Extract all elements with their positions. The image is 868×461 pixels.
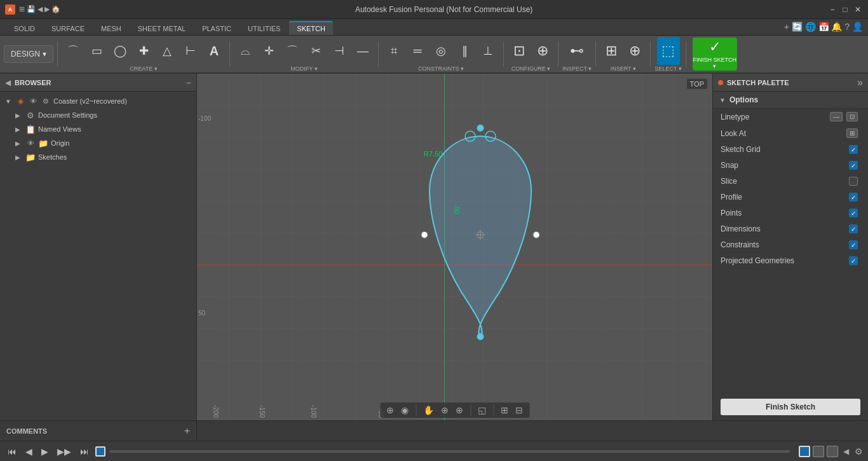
slice-label: Slice	[721, 177, 737, 186]
tab-plastic[interactable]: PLASTIC	[194, 22, 239, 35]
minimize-button[interactable]: −	[827, 5, 837, 14]
select-btn[interactable]: ⬚	[657, 37, 680, 65]
gear-icon-coaster[interactable]: ⚙	[41, 96, 51, 106]
plus-icon: ✚	[139, 45, 149, 57]
sketch-grid-label: Sketch Grid	[721, 145, 761, 154]
eye-icon-coaster[interactable]: 👁	[28, 96, 38, 106]
fillet-tool[interactable]: ⌒	[281, 37, 304, 65]
text-tool[interactable]: A	[203, 37, 226, 65]
tab-surface[interactable]: SURFACE	[44, 22, 92, 35]
constraints-label-palette: Constraints	[721, 240, 759, 249]
tab-mesh[interactable]: MESH	[93, 22, 129, 35]
constraint-btn1[interactable]: ⌗	[383, 37, 405, 65]
configure-icon2: ⊕	[537, 44, 548, 58]
slice-checkbox[interactable]	[849, 177, 858, 186]
points-checkbox[interactable]: ✓	[849, 209, 858, 217]
profile-checkbox[interactable]: ✓	[849, 193, 858, 202]
sketch-grid-checkbox[interactable]: ✓	[849, 145, 858, 154]
settings-button[interactable]: ⚙	[855, 446, 863, 457]
projected-geometries-label: Projected Geometries	[721, 256, 794, 265]
insert-btn1[interactable]: ⊞	[600, 37, 623, 65]
playback-to-start[interactable]: ⏮	[5, 445, 19, 458]
timeline-marker[interactable]	[95, 446, 105, 457]
maximize-button[interactable]: □	[840, 5, 850, 14]
configure-btn2[interactable]: ⊕	[531, 37, 554, 65]
tree-item-coaster[interactable]: ▼ ◈ 👁 ⚙ Coaster (v2~recovered)	[0, 94, 196, 108]
browser-collapse-left[interactable]: ◀	[5, 78, 11, 87]
playback-to-end[interactable]: ⏭	[78, 445, 92, 458]
close-button[interactable]: ✕	[853, 5, 863, 14]
move-tool[interactable]: ✛	[257, 37, 280, 65]
constraint-btn5[interactable]: ⊥	[477, 37, 499, 65]
view-timeline-icon[interactable]: ◀	[841, 446, 851, 457]
line-tool[interactable]: ⌒	[62, 37, 85, 65]
projected-geometries-checkbox[interactable]: ✓	[849, 256, 858, 265]
dimensions-checkbox[interactable]: ✓	[849, 224, 858, 233]
status-btn-7[interactable]: ⊞	[498, 404, 511, 416]
status-btn-8[interactable]: ⊟	[513, 404, 526, 416]
eye-icon-origin[interactable]: 👁	[25, 138, 36, 148]
triangle-icon: △	[163, 45, 172, 57]
arc-tool[interactable]: ⌓	[234, 37, 257, 65]
constraints-checkbox[interactable]: ✓	[849, 240, 858, 249]
tree-item-document-settings[interactable]: ▶ ⚙ Document Settings	[0, 108, 196, 122]
sketch-palette-header: SKETCH PALETTE »	[713, 74, 868, 92]
scale-h-200: -200	[212, 405, 219, 418]
status-btn-3[interactable]: ✋	[421, 404, 437, 416]
playback-step-back[interactable]: ◀	[23, 445, 35, 458]
snap-checkbox[interactable]: ✓	[849, 161, 858, 170]
main-canvas[interactable]: -100 -50 50 -200 -150 -100 -50 TOP	[197, 74, 712, 420]
linetype-btn-2[interactable]: ⊡	[846, 112, 858, 121]
help-icon[interactable]: + 🔄 🌐 📅 🔔 ? 👤	[784, 22, 863, 32]
trim-tool[interactable]: ✂	[304, 37, 327, 65]
rect-tool[interactable]: ▭	[85, 37, 108, 65]
status-btn-5[interactable]: ⊕	[453, 404, 466, 416]
coaster-arrow: ▼	[5, 98, 13, 105]
linetype-btn-1[interactable]: —	[830, 112, 843, 121]
lookat-label: Look At	[721, 129, 746, 138]
tab-sheet-metal[interactable]: SHEET METAL	[130, 22, 193, 35]
browser-collapse-button[interactable]: −	[186, 78, 191, 88]
profile-label: Profile	[721, 193, 742, 202]
status-btn-4[interactable]: ⊕	[438, 404, 451, 416]
inspect-icon: ⊷	[570, 44, 584, 58]
finish-sketch-button[interactable]: ✓ FINISH SKETCH ▾	[693, 38, 737, 71]
rect-icon: ▭	[92, 45, 102, 57]
tree-item-origin[interactable]: ▶ 👁 📁 Origin	[0, 136, 196, 150]
design-button[interactable]: DESIGN ▾	[4, 45, 53, 63]
triangle-tool[interactable]: △	[156, 37, 179, 65]
add-comment-button[interactable]: +	[184, 425, 190, 437]
dimension-tool[interactable]: ⊢	[179, 37, 202, 65]
tab-utilities[interactable]: UTILITIES	[240, 22, 288, 35]
palette-expand-button[interactable]: »	[857, 77, 863, 88]
status-btn-1[interactable]: ⊕	[384, 404, 397, 416]
lookat-btn[interactable]: ⊞	[846, 128, 858, 138]
insert-btn2[interactable]: ⊕	[623, 37, 646, 65]
plus-tool[interactable]: ✚	[132, 37, 155, 65]
constraint-btn3[interactable]: ◎	[430, 37, 452, 65]
options-section-header[interactable]: ▼ Options	[713, 92, 868, 109]
view-wire-btn[interactable]	[813, 446, 824, 457]
inspect-btn[interactable]: ⊷	[566, 37, 588, 65]
view-shade-btn[interactable]	[827, 446, 838, 457]
palette-row-sketch-grid: Sketch Grid ✓	[713, 142, 868, 158]
tab-sketch[interactable]: SKETCH	[289, 21, 333, 35]
configure-btn[interactable]: ⊡	[508, 37, 531, 65]
circle-tool[interactable]: ◯	[109, 37, 132, 65]
status-btn-2[interactable]: ◉	[398, 404, 411, 416]
status-btn-6[interactable]: ◱	[475, 404, 489, 416]
playback-step-fwd[interactable]: ▶▶	[55, 445, 74, 458]
break-tool[interactable]: —	[351, 37, 374, 65]
extend-tool[interactable]: ⊣	[328, 37, 351, 65]
finish-sketch-palette-button[interactable]: Finish Sketch	[721, 399, 860, 415]
tree-item-named-views[interactable]: ▶ 📋 Named Views	[0, 122, 196, 136]
tab-solid[interactable]: SOLID	[6, 22, 43, 35]
circle-icon: ◯	[114, 45, 126, 57]
view-options: ◀	[799, 446, 851, 457]
finish-sketch-label: FINISH SKETCH ▾	[693, 57, 737, 69]
playback-play[interactable]: ▶	[39, 445, 51, 458]
tree-item-sketches[interactable]: ▶ 📁 Sketches	[0, 150, 196, 164]
constraint-btn2[interactable]: ═	[406, 37, 429, 65]
constraint-btn4[interactable]: ∥	[453, 37, 476, 65]
view-solid-btn[interactable]	[799, 446, 810, 457]
